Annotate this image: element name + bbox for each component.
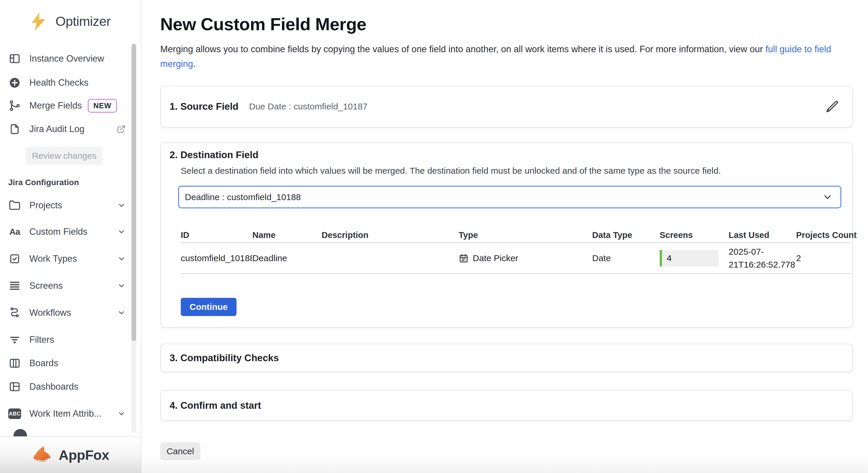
sidebar-item-dashboards[interactable]: Dashboards <box>8 375 126 399</box>
sidebar-item-work-item-attributes[interactable]: ABC Work Item Attrib... <box>8 402 126 425</box>
optimizer-logo: Optimizer <box>28 10 111 33</box>
cancel-button[interactable]: Cancel <box>160 442 200 460</box>
sidebar-item-label: Filters <box>29 335 54 345</box>
sidebar-item-merge-fields[interactable]: Merge Fields NEW <box>8 94 126 117</box>
sidebar-item-custom-fields[interactable]: Aa Custom Fields <box>8 220 126 244</box>
sidebar-item-jira-audit-log[interactable]: Jira Audit Log <box>8 117 126 141</box>
col-header-data-type: Data Type <box>592 230 660 240</box>
text-fields-icon: Aa <box>8 227 21 237</box>
cell-type: Date Picker <box>459 253 592 263</box>
sidebar-item-projects[interactable]: Projects <box>8 194 126 217</box>
logo-text: Optimizer <box>56 14 111 29</box>
col-header-id: ID <box>181 230 252 240</box>
source-field-value: Due Date : customfield_10187 <box>249 101 368 112</box>
sidebar-item-workflows[interactable]: Workflows <box>8 301 126 324</box>
intro-text-before: Merging allows you to combine fields by … <box>160 44 766 54</box>
chevron-down-icon <box>117 410 126 418</box>
sidebar-item-label: Projects <box>29 200 62 211</box>
app-root: Optimizer Instance Overview Health Check… <box>0 0 868 473</box>
sidebar-item-label: Screens <box>29 281 63 291</box>
pencil-icon <box>826 100 839 113</box>
git-merge-icon <box>8 100 21 112</box>
continue-button[interactable]: Continue <box>181 298 237 316</box>
page-title: New Custom Field Merge <box>160 14 366 34</box>
external-link-icon <box>117 125 126 133</box>
destination-field-title: 2. Destination Field <box>169 149 258 160</box>
sidebar-item-label: Boards <box>29 358 58 369</box>
lightning-bolt-icon <box>28 10 49 33</box>
sidebar-item-label: Merge Fields <box>29 100 82 111</box>
jira-configuration-section-label: Jira Configuration <box>8 176 79 189</box>
list-lines-icon <box>8 280 21 292</box>
sidebar-item-screens[interactable]: Screens <box>8 274 126 297</box>
col-header-type: Type <box>459 230 592 240</box>
sidebar-item-work-types[interactable]: Work Types <box>8 247 126 271</box>
sidebar-item-instance-overview[interactable]: Instance Overview <box>8 47 126 70</box>
destination-select-value: Deadline : customfield_10188 <box>185 192 301 202</box>
col-header-projects-count: Projects Count <box>796 230 850 240</box>
sidebar-item-label: Workflows <box>29 308 71 318</box>
confirm-and-start-card: 4. Confirm and start <box>160 390 853 421</box>
chevron-down-icon <box>117 309 126 317</box>
plus-circle-icon <box>8 77 21 89</box>
sidebar-item-label: Work Item Attrib... <box>29 408 101 419</box>
cell-last-used: 2025-07-21T16:26:52.778 <box>728 245 796 271</box>
workflow-icon <box>8 307 21 319</box>
col-header-description: Description <box>321 230 459 240</box>
document-icon <box>8 123 21 135</box>
confirm-and-start-title: 4. Confirm and start <box>169 400 261 411</box>
screens-count-pill: 4 <box>660 250 718 266</box>
cell-projects-count: 2 <box>796 253 850 263</box>
sidebar-item-label: Custom Fields <box>29 226 88 237</box>
sidebar: Optimizer Instance Overview Health Check… <box>0 0 142 473</box>
chevron-down-icon <box>822 192 833 202</box>
calendar-icon <box>459 253 469 263</box>
destination-field-table: ID Name Description Type Data Type Scree… <box>181 228 850 274</box>
chevron-down-icon <box>117 228 126 236</box>
cell-type-label: Date Picker <box>473 253 518 263</box>
sidebar-scrollbar-thumb[interactable] <box>131 44 136 341</box>
layout-panel-icon <box>8 53 21 65</box>
source-field-title: 1. Source Field <box>169 101 239 112</box>
folder-icon <box>8 199 21 211</box>
sidebar-item-label: Work Types <box>29 254 77 264</box>
destination-field-select[interactable]: Deadline : customfield_10188 <box>178 186 841 208</box>
sidebar-item-filters[interactable]: Filters <box>8 328 126 351</box>
review-changes-button[interactable]: Review changes <box>26 147 103 165</box>
intro-text: Merging allows you to combine fields by … <box>160 42 856 71</box>
sidebar-item-label: Health Checks <box>29 77 89 88</box>
sidebar-item-label: Jira Audit Log <box>29 124 85 134</box>
dashboard-layout-icon <box>8 381 21 392</box>
cell-id: customfield_10188 <box>181 253 252 263</box>
sidebar-item-boards[interactable]: Boards <box>8 351 126 375</box>
col-header-screens: Screens <box>660 230 728 240</box>
chevron-down-icon <box>117 201 126 210</box>
chevron-down-icon <box>117 255 126 263</box>
columns-icon <box>8 357 21 369</box>
filter-icon <box>8 334 21 346</box>
table-row: customfield_10188 Deadline Date Picker D… <box>181 243 850 274</box>
destination-field-description: Select a destination field into which va… <box>181 166 721 176</box>
chevron-down-icon <box>117 282 126 290</box>
abc-icon: ABC <box>8 408 21 419</box>
new-badge: NEW <box>88 99 117 113</box>
table-header-row: ID Name Description Type Data Type Scree… <box>181 228 850 243</box>
sidebar-item-label: Dashboards <box>29 381 79 392</box>
sidebar-item-label: Instance Overview <box>29 54 104 64</box>
main-content: New Custom Field Merge Merging allows yo… <box>142 0 868 473</box>
appfox-logo-text: AppFox <box>59 447 109 463</box>
cell-data-type: Date <box>592 253 660 263</box>
cell-screens: 4 <box>660 250 728 266</box>
sidebar-item-health-checks[interactable]: Health Checks <box>8 71 126 94</box>
checkbox-icon <box>8 253 21 265</box>
edit-source-button[interactable] <box>826 100 839 113</box>
source-field-card: 1. Source Field Due Date : customfield_1… <box>160 86 853 127</box>
appfox-fox-icon <box>32 445 53 465</box>
destination-field-card: 2. Destination Field Select a destinatio… <box>160 142 853 327</box>
col-header-last-used: Last Used <box>728 230 796 240</box>
cell-name: Deadline <box>252 253 321 263</box>
col-header-name: Name <box>252 230 321 240</box>
compatibility-checks-title: 3. Compatibility Checks <box>169 352 279 364</box>
compatibility-checks-card: 3. Compatibility Checks <box>160 344 853 372</box>
appfox-footer: AppFox <box>0 436 141 473</box>
